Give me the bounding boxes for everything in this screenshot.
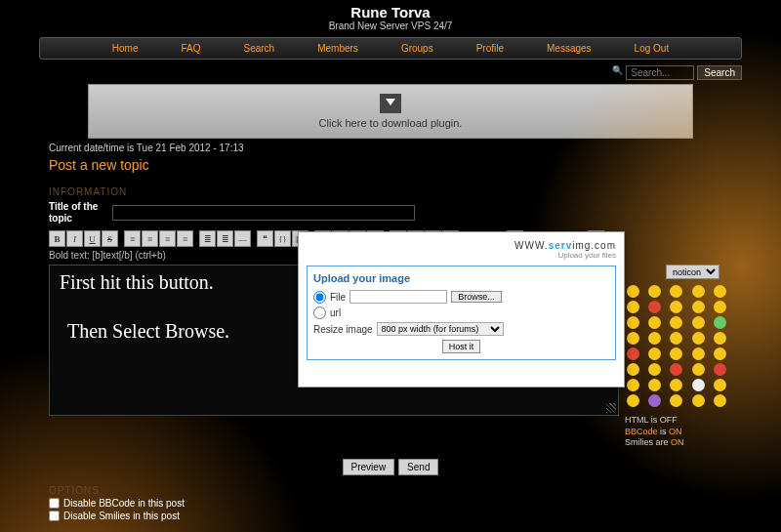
search-icon: 🔍 [612,65,623,80]
emoticon[interactable] [692,332,705,345]
upload-popup: WWW.servimg.com Upload your files Upload… [298,231,625,388]
hr-button[interactable]: — [234,230,251,247]
list-ul-button[interactable]: ≣ [199,230,216,247]
emoticon[interactable] [714,285,726,298]
align-center-button[interactable]: ≡ [142,230,158,247]
instruction-text-1: First hit this button. [60,271,214,294]
emoticon[interactable] [648,363,661,376]
emoticon[interactable] [627,285,639,298]
emoticon[interactable] [627,394,639,407]
emoticon[interactable] [714,363,726,376]
resize-select[interactable]: 800 px width (for forums) [377,322,504,336]
banner-text: Click here to download plugin. [319,117,463,129]
emoticon[interactable] [670,332,682,345]
align-justify-button[interactable]: ≡ [177,230,193,247]
preview-button[interactable]: Preview [343,459,395,475]
nav-faq[interactable]: FAQ [159,40,222,57]
emoticon[interactable] [648,301,661,313]
nav-logout[interactable]: Log Out [613,40,691,57]
align-right-button[interactable]: ≡ [159,230,176,247]
emoticon[interactable] [714,332,726,345]
host-button[interactable]: Host it [442,340,481,353]
strike-button[interactable]: S [102,230,118,247]
download-icon [380,94,401,113]
underline-button[interactable]: U [84,230,101,247]
url-label: url [330,307,341,318]
url-radio[interactable] [313,307,326,319]
page-title: Post a new topic [49,157,732,173]
file-radio[interactable] [313,291,326,304]
disable-smilies-label: Disable Smilies in this post [63,511,180,521]
emoticon[interactable] [627,332,639,345]
site-title: Rune Torva [0,4,781,20]
emoticon[interactable] [692,348,705,360]
nav-home[interactable]: Home [91,40,160,57]
emoticon[interactable] [648,285,661,298]
title-label: Title of the topic [49,201,103,225]
servimg-logo: WWW.servimg.com [307,240,616,251]
emoticon[interactable] [648,332,661,345]
send-button[interactable]: Send [398,459,438,475]
search-button[interactable]: Search [697,65,742,80]
nav-search[interactable]: Search [223,40,297,57]
tagline: Brand New Server VPS 24/7 [0,20,781,31]
align-left-button[interactable]: ≡ [124,230,141,247]
emoticon[interactable] [670,394,682,407]
emoticon[interactable] [670,363,682,376]
emoticon[interactable] [648,348,661,360]
emoticon[interactable] [714,348,726,360]
emoticon[interactable] [714,301,726,313]
emoticon-grid [625,281,732,409]
resize-label: Resize image [313,324,373,335]
emoticon[interactable] [692,316,705,329]
browse-button[interactable]: Browse... [451,291,502,303]
emoticon[interactable] [692,285,705,298]
file-path-input[interactable] [349,290,447,304]
emoticon[interactable] [692,379,705,391]
emoticon[interactable] [627,301,639,313]
disable-bbcode-checkbox[interactable] [49,498,60,509]
bold-button[interactable]: B [49,230,65,247]
code-button[interactable]: {} [274,230,291,247]
quote-button[interactable]: ❝ [257,230,273,247]
emoticon[interactable] [627,348,639,360]
nav-messages[interactable]: Messages [525,40,613,57]
emoticon-select[interactable]: noticons [666,265,719,279]
emoticon[interactable] [648,316,661,329]
emoticon[interactable] [670,301,682,313]
resize-handle[interactable] [606,403,616,413]
emoticon[interactable] [648,379,661,391]
section-header: INFORMATION [49,186,732,197]
nav-profile[interactable]: Profile [455,40,525,57]
instruction-text-2: Then Select Browse. [67,320,229,343]
topic-title-input[interactable] [112,205,415,221]
emoticon[interactable] [670,285,682,298]
emoticon[interactable] [692,394,705,407]
emoticon[interactable] [627,379,639,391]
nav-groups[interactable]: Groups [380,40,455,57]
italic-button[interactable]: I [66,230,83,247]
emoticon[interactable] [670,379,682,391]
emoticon[interactable] [714,316,726,329]
search-bar: 🔍 Search [0,63,781,82]
emoticon[interactable] [714,379,726,391]
nav-members[interactable]: Members [296,40,380,57]
file-label: File [330,292,346,303]
status-lines: HTML is OFF BBCode is ON Smilies are ON [625,415,732,449]
download-banner[interactable]: Click here to download plugin. [88,84,693,139]
emoticon[interactable] [627,316,639,329]
popup-title: Upload your image [313,272,609,284]
list-ol-button[interactable]: ≣ [217,230,233,247]
disable-smilies-checkbox[interactable] [49,511,60,521]
search-input[interactable] [626,65,694,80]
options-header: OPTIONS [49,485,732,496]
emoticon[interactable] [670,348,682,360]
emoticon[interactable] [714,394,726,407]
emoticon[interactable] [648,394,661,407]
datetime: Current date/time is Tue 21 Feb 2012 - 1… [0,141,781,157]
emoticon[interactable] [692,301,705,313]
emoticon[interactable] [627,363,639,376]
emoticon[interactable] [692,363,705,376]
emoticon[interactable] [670,316,682,329]
popup-subtitle: Upload your files [307,251,616,260]
